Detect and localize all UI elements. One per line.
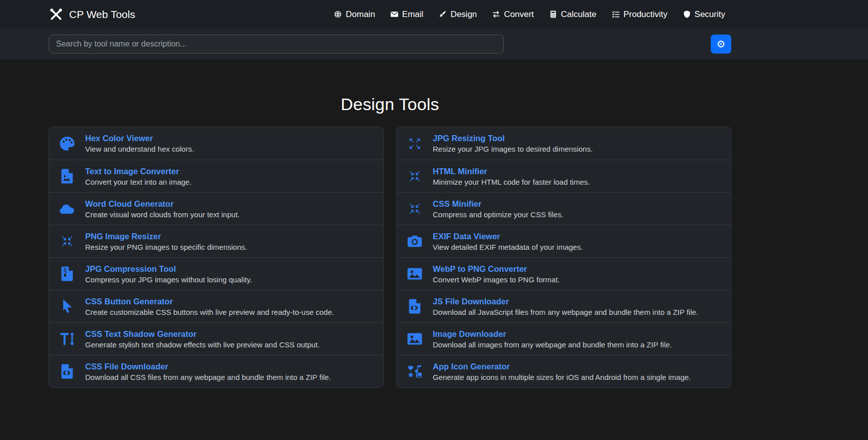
tool-link[interactable]: CSS Minifier [433,199,563,209]
tool-row: PNG Image Resizer Resize your PNG images… [49,225,383,257]
nav-label: Convert [504,10,534,20]
nav-item-security[interactable]: Security [677,6,731,24]
tool-description: Minimize your HTML code for faster load … [433,178,590,186]
tool-link[interactable]: CSS File Downloader [85,362,331,371]
tool-description: View detailed EXIF metadata of your imag… [433,243,583,251]
file-image-icon [57,168,77,185]
nav-item-convert[interactable]: Convert [486,6,540,24]
tool-row: Hex Color Viewer View and understand hex… [49,127,383,160]
tool-row: JPG Compression Tool Compress your JPG i… [49,257,383,290]
nav-item-email[interactable]: Email [384,6,430,24]
tool-description: Download all JavaScript files from any w… [433,308,698,316]
calculator-icon [549,10,557,19]
nav-item-calculate[interactable]: Calculate [543,6,603,24]
tool-text: Image Downloader Download all images fro… [433,329,672,349]
tool-row: CSS Minifier Compress and optimize your … [397,192,731,225]
file-code-icon [57,363,77,380]
tool-description: Generate app icons in multiple sizes for… [433,373,691,381]
settings-button[interactable]: ⚙ [711,35,731,54]
nav-label: Security [695,10,725,20]
tool-text: WebP to PNG Converter Convert WebP image… [433,264,560,284]
tool-description: Resize your PNG images to specific dimen… [85,243,247,251]
tool-link[interactable]: JS File Downloader [433,297,698,306]
tool-link[interactable]: Text to Image Converter [85,167,192,176]
camera-icon [405,233,425,250]
tool-row: CSS Button Generator Create customizable… [49,290,383,322]
nav-item-domain[interactable]: Domain [328,6,381,24]
palette-icon [57,135,77,152]
tool-text: App Icon Generator Generate app icons in… [433,362,691,381]
tool-row: CSS File Downloader Download all CSS fil… [49,355,383,387]
tool-link[interactable]: WebP to PNG Converter [433,264,560,274]
tool-description: Download all CSS files from any webpage … [85,373,331,381]
image-icon [405,265,425,282]
search-container: ⚙ [49,35,731,54]
nav-item-productivity[interactable]: Productivity [606,6,674,24]
file-zipper-icon [57,265,77,282]
nav-label: Email [402,10,424,20]
expand-arrows-icon [405,135,425,152]
tool-text: CSS Text Shadow Generator Generate styli… [85,329,320,349]
compress-arrows-icon [405,200,425,217]
tool-text: Word Cloud Generator Create visual word … [85,199,239,219]
top-navbar: CP Web Tools Domain Email Design Convert… [0,0,868,29]
tool-description: View and understand hex colors. [85,145,194,153]
tools-grid: Hex Color Viewer View and understand hex… [49,127,731,388]
tool-row: HTML Minifier Minimize your HTML code fo… [397,160,731,192]
nav-label: Calculate [561,10,597,20]
cloud-icon [57,200,77,217]
page-title: Design Tools [49,95,731,114]
icons-icon [405,363,425,380]
tool-row: CSS Text Shadow Generator Generate styli… [49,322,383,355]
shield-icon [683,10,691,19]
tool-text: HTML Minifier Minimize your HTML code fo… [433,167,590,186]
tool-link[interactable]: CSS Text Shadow Generator [85,329,320,339]
tool-description: Create visual word clouds from your text… [85,210,239,219]
text-height-icon [57,330,77,347]
nav-label: Design [450,10,477,20]
tool-row: Word Cloud Generator Create visual word … [49,192,383,225]
tool-text: PNG Image Resizer Resize your PNG images… [85,232,247,251]
globe-icon [334,10,342,19]
tool-description: Convert your text into an image. [85,178,192,186]
arrow-pointer-icon [57,298,77,315]
tool-text: CSS Minifier Compress and optimize your … [433,199,563,219]
tool-link[interactable]: CSS Button Generator [85,297,334,306]
file-code-icon [405,298,425,315]
nav-item-design[interactable]: Design [432,6,483,24]
screwdriver-wrench-icon [49,7,64,22]
search-band: ⚙ [0,29,868,60]
tool-text: JPG Compression Tool Compress your JPG i… [85,264,252,284]
tool-row: Text to Image Converter Convert your tex… [49,160,383,192]
tool-link[interactable]: PNG Image Resizer [85,232,247,241]
tool-description: Download all images from any webpage and… [433,340,672,349]
tool-link[interactable]: Word Cloud Generator [85,199,239,209]
tool-text: JPG Resizing Tool Resize your JPG images… [433,134,593,153]
tool-text: JS File Downloader Download all JavaScri… [433,297,698,316]
tool-link[interactable]: App Icon Generator [433,362,691,371]
tool-link[interactable]: Image Downloader [433,329,672,339]
gear-icon: ⚙ [717,39,726,49]
tool-description: Resize your JPG images to desired dimens… [433,145,593,153]
nav-label: Domain [346,10,375,20]
tool-text: CSS File Downloader Download all CSS fil… [85,362,331,381]
tool-description: Generate stylish text shadow effects wit… [85,340,320,349]
tool-description: Create customizable CSS buttons with liv… [85,308,334,316]
tool-link[interactable]: Hex Color Viewer [85,134,194,143]
tool-link[interactable]: HTML Minifier [433,167,590,176]
tool-text: CSS Button Generator Create customizable… [85,297,334,316]
search-input[interactable] [49,35,504,54]
nav-label: Productivity [624,10,668,20]
list-check-icon [612,10,620,19]
navbar-container: CP Web Tools Domain Email Design Convert… [49,0,731,29]
tool-row: JS File Downloader Download all JavaScri… [397,290,731,322]
tool-link[interactable]: JPG Compression Tool [85,264,252,274]
paintbrush-icon [438,10,447,19]
tool-link[interactable]: EXIF Data Viewer [433,232,583,241]
tool-description: Compress and optimize your CSS files. [433,210,563,219]
brand[interactable]: CP Web Tools [49,7,135,22]
tool-link[interactable]: JPG Resizing Tool [433,134,593,143]
tool-row: WebP to PNG Converter Convert WebP image… [397,257,731,290]
tools-list-right: JPG Resizing Tool Resize your JPG images… [396,127,731,388]
envelope-icon [390,10,399,19]
